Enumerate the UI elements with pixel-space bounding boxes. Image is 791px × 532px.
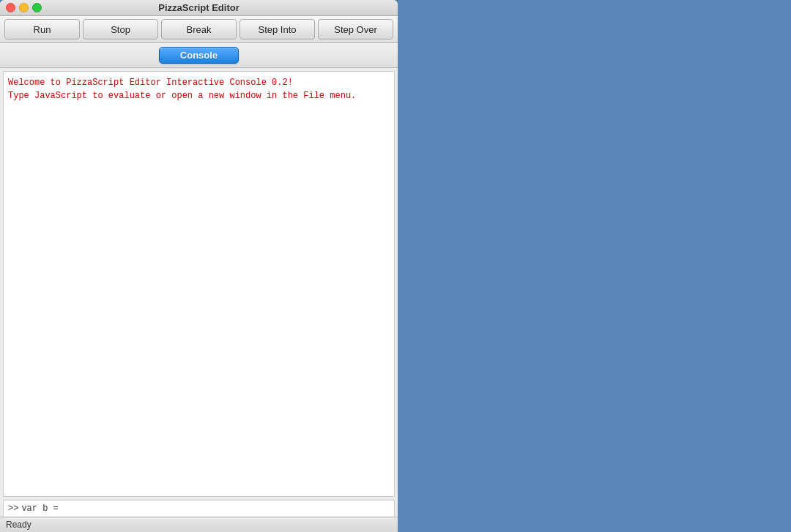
main-window: PizzaScript Editor Run Stop Break Step I… [0, 0, 398, 532]
window-title: PizzaScript Editor [158, 2, 239, 13]
step-into-button[interactable]: Step Into [239, 19, 315, 40]
toolbar: Run Stop Break Step Into Step Over [0, 16, 398, 43]
input-prompt: >> [8, 503, 18, 514]
maximize-button[interactable] [32, 3, 42, 12]
step-over-button[interactable]: Step Over [318, 19, 393, 40]
minimize-button[interactable] [19, 3, 29, 12]
run-button[interactable]: Run [4, 19, 80, 40]
stop-button[interactable]: Stop [83, 19, 158, 40]
console-welcome-text: Welcome to PizzaScript Editor Interactiv… [8, 76, 390, 102]
status-bar: Ready [0, 517, 398, 532]
right-panel [398, 0, 791, 532]
console-button[interactable]: Console [159, 47, 239, 64]
break-button[interactable]: Break [161, 19, 237, 40]
close-button[interactable] [6, 3, 15, 12]
console-output: Welcome to PizzaScript Editor Interactiv… [3, 71, 395, 497]
input-area: >> [3, 500, 395, 517]
title-bar: PizzaScript Editor [0, 0, 398, 16]
status-text: Ready [6, 520, 31, 530]
console-bar: Console [0, 43, 398, 68]
console-input[interactable] [21, 503, 390, 514]
traffic-lights [6, 3, 42, 12]
